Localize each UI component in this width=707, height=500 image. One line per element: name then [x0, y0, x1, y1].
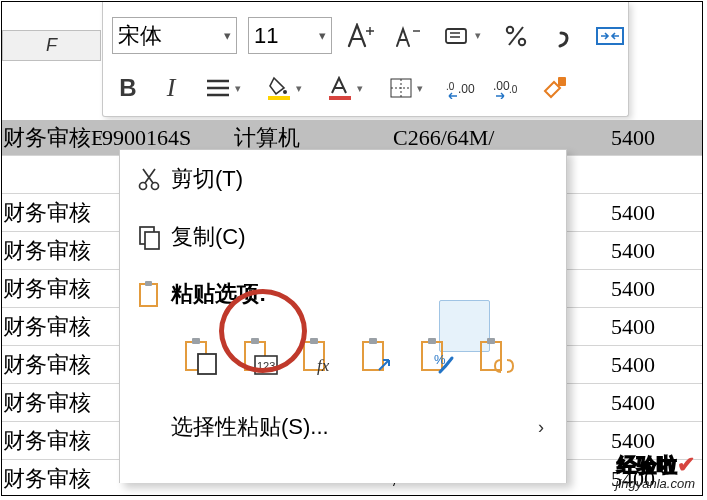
cell[interactable]: 财务审核: [2, 422, 102, 459]
svg-rect-36: [487, 338, 495, 344]
copy-icon: [126, 224, 171, 250]
decrease-font-icon[interactable]: [390, 18, 426, 54]
accounting-format-icon[interactable]: ▾: [437, 18, 487, 54]
font-size-value: 11: [254, 23, 278, 49]
fill-color-button[interactable]: ▾: [259, 70, 309, 106]
svg-rect-31: [369, 338, 377, 344]
svg-point-15: [151, 183, 158, 190]
cell[interactable]: 财务审核: [2, 460, 102, 496]
svg-rect-35: [481, 342, 501, 370]
cell[interactable]: 财务审核: [2, 194, 102, 231]
font-name-select[interactable]: 宋体 ▾: [112, 17, 237, 54]
svg-text:.0: .0: [446, 81, 455, 92]
paste-link-icon[interactable]: [474, 334, 518, 378]
svg-rect-28: [310, 338, 318, 344]
chevron-down-icon: ▾: [475, 29, 481, 42]
svg-text:%: %: [434, 352, 446, 367]
cell[interactable]: 财务审核: [2, 308, 102, 345]
svg-rect-0: [446, 29, 466, 43]
menu-item-paste-special[interactable]: 选择性粘贴(S)... ›: [120, 398, 566, 456]
svg-rect-30: [363, 342, 383, 370]
cell[interactable]: 财务审核: [2, 232, 102, 269]
svg-point-2: [519, 38, 525, 44]
decrease-decimal-icon[interactable]: .00.0: [489, 70, 525, 106]
comma-style-icon[interactable]: [545, 18, 581, 54]
merge-center-icon[interactable]: [592, 18, 628, 54]
font-size-select[interactable]: 11 ▾: [248, 17, 332, 54]
borders-button[interactable]: ▾: [381, 70, 431, 106]
chevron-down-icon: ▾: [417, 82, 423, 95]
paste-options-row: 123 fx %: [120, 321, 566, 398]
svg-text:.00: .00: [458, 82, 475, 96]
increase-font-icon[interactable]: [343, 18, 379, 54]
svg-text:fx: fx: [317, 356, 330, 375]
context-menu: 剪切(T) 复制(C) 粘贴选项: 123 fx: [119, 149, 567, 483]
menu-label: 粘贴选项:: [171, 279, 566, 309]
chevron-down-icon: ▾: [235, 82, 241, 95]
chevron-down-icon: ▾: [296, 82, 302, 95]
svg-rect-6: [268, 96, 290, 100]
chevron-right-icon: ›: [516, 417, 566, 438]
svg-rect-22: [198, 354, 216, 374]
svg-rect-24: [251, 338, 259, 344]
font-name-value: 宋体: [118, 21, 162, 51]
italic-button[interactable]: I: [155, 70, 187, 106]
font-color-button[interactable]: ▾: [320, 70, 370, 106]
svg-rect-33: [428, 338, 436, 344]
svg-rect-21: [192, 338, 200, 344]
paste-normal-icon[interactable]: [179, 334, 223, 378]
increase-decimal-icon[interactable]: .0.00: [442, 70, 478, 106]
cell[interactable]: 财务审核: [2, 346, 102, 383]
cell[interactable]: [2, 156, 102, 193]
svg-rect-13: [558, 77, 566, 86]
svg-text:.00: .00: [493, 79, 510, 93]
paste-transpose-icon[interactable]: [356, 334, 400, 378]
menu-item-paste-options: 粘贴选项:: [120, 266, 566, 321]
cut-icon: [126, 166, 171, 192]
paste-formatting-icon[interactable]: %: [415, 334, 459, 378]
cell[interactable]: 财务审核E: [2, 120, 102, 155]
paste-formulas-icon[interactable]: fx: [297, 334, 341, 378]
chevron-down-icon: ▾: [357, 82, 363, 95]
svg-line-3: [509, 27, 523, 45]
bold-button[interactable]: B: [112, 70, 144, 106]
percent-icon[interactable]: [498, 18, 534, 54]
paste-values-icon[interactable]: 123: [238, 334, 282, 378]
cell[interactable]: 财务审核: [2, 270, 102, 307]
chevron-down-icon: ▾: [319, 28, 326, 43]
svg-rect-19: [145, 281, 152, 286]
align-button[interactable]: ▾: [198, 70, 248, 106]
menu-label: 复制(C): [171, 222, 566, 252]
svg-point-14: [139, 183, 146, 190]
column-header[interactable]: F: [2, 30, 101, 61]
mini-toolbar: 宋体 ▾ 11 ▾ ▾: [102, 2, 629, 117]
svg-text:123: 123: [257, 360, 275, 372]
svg-point-1: [507, 26, 513, 32]
paste-icon: [126, 279, 171, 309]
cell[interactable]: 财务审核: [2, 384, 102, 421]
chevron-down-icon: ▾: [224, 28, 231, 44]
svg-rect-4: [597, 28, 623, 44]
menu-label: 选择性粘贴(S)...: [171, 412, 516, 442]
svg-rect-7: [329, 96, 351, 100]
format-painter-icon[interactable]: [536, 70, 572, 106]
svg-rect-17: [145, 232, 159, 249]
menu-item-cut[interactable]: 剪切(T): [120, 150, 566, 208]
svg-point-5: [283, 90, 287, 94]
svg-rect-18: [140, 284, 157, 306]
svg-text:.0: .0: [509, 84, 518, 95]
menu-label: 剪切(T): [171, 164, 566, 194]
menu-item-copy[interactable]: 复制(C): [120, 208, 566, 266]
